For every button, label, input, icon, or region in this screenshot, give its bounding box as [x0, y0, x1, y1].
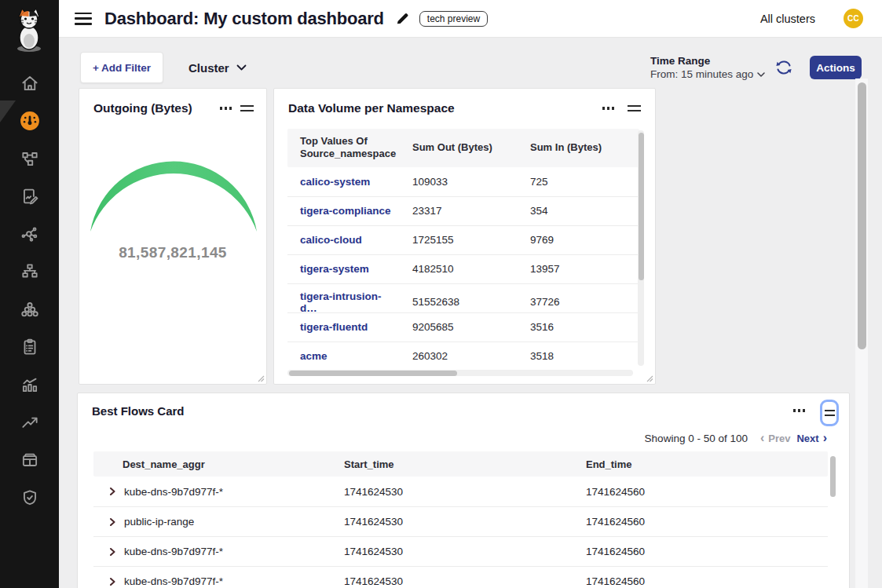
column-header: Sum Out (Bytes) [400, 135, 518, 160]
resize-handle-icon[interactable] [258, 375, 265, 382]
sidebar-item-reports[interactable] [0, 179, 59, 214]
table-row: calico-cloud 1725155 9769 [287, 225, 639, 254]
time-range-value[interactable]: From: 15 minutes ago [650, 68, 765, 80]
menu-hamburger-icon[interactable] [75, 13, 92, 25]
sidebar-item-home[interactable] [0, 66, 59, 100]
card-title: Best Flows Card [92, 404, 185, 418]
table-row: kube-dns-9b7d977f-* 1741624530 174162456… [93, 566, 828, 588]
sidebar-item-dashboards[interactable] [0, 104, 59, 138]
sidebar-item-service-graph[interactable] [0, 217, 59, 251]
dest-name: kube-dns-9b7d977f-* [124, 486, 223, 498]
sidebar-item-security[interactable] [0, 480, 59, 515]
expand-row-chevron-icon[interactable] [108, 488, 116, 495]
chevron-down-icon [236, 64, 247, 71]
scrollbar-thumb[interactable] [639, 133, 644, 280]
best-flows-card: Best Flows Card Showing 0 - 50 of 100 ‹P… [77, 393, 850, 588]
sidebar-item-network-paths[interactable] [0, 141, 59, 176]
cluster-dropdown[interactable]: Cluster [188, 52, 247, 83]
prev-page-button[interactable]: ‹Prev [760, 432, 791, 444]
card-menu-ellipsis-icon[interactable] [602, 107, 615, 110]
cluster-bubbles-icon [20, 299, 40, 320]
card-drag-handle-focused[interactable] [820, 400, 839, 426]
card-drag-handle-icon[interactable] [240, 105, 254, 111]
dest-name: public-ip-range [124, 516, 194, 528]
table-vertical-scrollbar [829, 453, 836, 586]
resize-handle-icon[interactable] [646, 375, 653, 382]
table-row: calico-system 109033 725 [287, 167, 639, 196]
card-menu-ellipsis-icon[interactable] [793, 409, 806, 412]
top-header: Dashboard: My custom dashboard tech prev… [59, 0, 882, 38]
service-graph-icon [20, 224, 40, 244]
report-edit-icon [20, 186, 40, 206]
table-row: acme 260302 3518 [287, 341, 639, 371]
start-time: 1741624530 [315, 486, 557, 498]
scrollbar-thumb[interactable] [830, 456, 836, 497]
table-header-row: Dest_name_aggr Start_time End_time [93, 451, 828, 477]
namespace-link[interactable]: acme [300, 350, 328, 362]
card-title: Outgoing (Bytes) [93, 101, 192, 115]
column-header: Dest_name_aggr [93, 458, 315, 470]
sum-out-value: 4182510 [400, 257, 518, 281]
start-time: 1741624530 [315, 575, 557, 587]
best-flows-table: Dest_name_aggr Start_time End_time kube-… [93, 451, 828, 588]
sum-out-value: 23317 [400, 199, 518, 223]
end-time: 1741624560 [557, 546, 828, 557]
card-menu-ellipsis-icon[interactable] [220, 107, 232, 110]
table-row: tigera-compliance 23317 354 [287, 196, 639, 225]
scrollbar-thumb[interactable] [858, 82, 866, 349]
sidebar-item-clusters[interactable] [0, 292, 59, 327]
expand-row-chevron-icon[interactable] [108, 548, 116, 556]
sidebar-item-statistics[interactable] [0, 367, 59, 402]
namespace-link[interactable]: calico-system [300, 176, 370, 188]
table-row: tigera-intrusion-d… 51552638 37726 [287, 283, 639, 312]
data-volume-card: Data Volume per Namespace Top Values Of … [273, 88, 656, 385]
actions-button[interactable]: Actions [810, 56, 862, 79]
pagination-status: Showing 0 - 50 of 100 [645, 433, 748, 444]
card-drag-handle-icon[interactable] [628, 105, 641, 111]
page-title: Dashboard: My custom dashboard [104, 9, 384, 29]
sum-out-value: 9205685 [400, 315, 518, 339]
table-row: tigera-system 4182510 13957 [287, 254, 639, 283]
namespace-link[interactable]: tigera-fluentd [300, 321, 368, 333]
sum-in-value: 3518 [518, 344, 639, 368]
start-time: 1741624530 [315, 546, 557, 557]
sidebar-item-network-topology[interactable] [0, 254, 59, 289]
sum-in-value: 9769 [518, 228, 639, 252]
gauge-value: 81,587,821,145 [79, 244, 266, 261]
sum-out-value: 1725155 [400, 228, 518, 252]
table-vertical-scrollbar [638, 130, 644, 366]
expand-row-chevron-icon[interactable] [108, 518, 116, 526]
network-nodes-icon [20, 148, 40, 169]
sidebar-item-trends[interactable] [0, 405, 59, 440]
sum-out-value: 109033 [400, 170, 518, 194]
pencil-icon [395, 11, 410, 26]
sum-in-value: 354 [518, 199, 639, 223]
calico-cat-logo[interactable] [11, 8, 47, 53]
namespace-link[interactable]: tigera-system [300, 263, 369, 275]
namespace-link[interactable]: calico-cloud [300, 234, 362, 246]
add-filter-button[interactable]: + Add Filter [80, 52, 163, 83]
sidebar-item-packages[interactable] [0, 443, 59, 477]
table-row: public-ip-range 1741624530 1741624560 [93, 506, 828, 536]
refresh-button[interactable] [774, 58, 793, 77]
column-header: Top Values Of Source_namespace [287, 129, 400, 167]
clipboard-list-icon [20, 337, 40, 357]
namespace-link[interactable]: tigera-compliance [300, 205, 391, 217]
sum-in-value: 725 [518, 170, 639, 194]
namespace-link[interactable]: tigera-intrusion-d… [300, 290, 382, 314]
sum-in-value: 37726 [518, 290, 639, 314]
data-volume-table: Top Values Of Source_namespace Sum Out (… [287, 129, 639, 371]
gauge-chart [89, 158, 258, 233]
sidebar-item-policies[interactable] [0, 330, 59, 364]
all-clusters-selector[interactable]: All clusters [760, 13, 815, 25]
expand-row-chevron-icon[interactable] [108, 578, 116, 586]
user-avatar[interactable]: CC [844, 9, 863, 28]
table-row: kube-dns-9b7d977f-* 1741624530 174162456… [93, 477, 828, 506]
scrollbar-thumb[interactable] [289, 371, 457, 376]
next-page-button[interactable]: Next› [796, 432, 827, 444]
trend-arrow-icon [20, 412, 40, 433]
card-title: Data Volume per Namespace [288, 101, 455, 115]
time-range-control: Time Range From: 15 minutes ago [650, 55, 765, 80]
pagination: Showing 0 - 50 of 100 ‹Prev Next› [645, 432, 827, 444]
edit-dashboard-button[interactable] [395, 11, 410, 26]
